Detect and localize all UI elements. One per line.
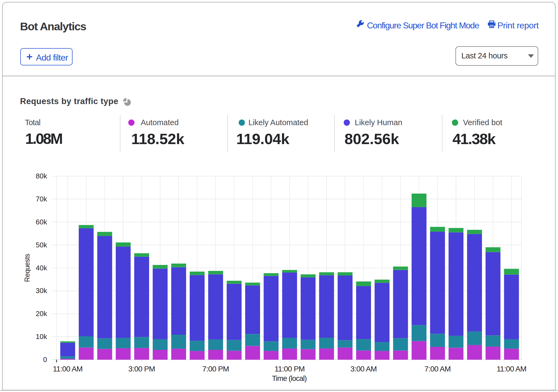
svg-text:7:00 PM: 7:00 PM [202,365,229,373]
svg-text:30k: 30k [36,287,47,295]
svg-text:Requests: Requests [23,254,31,282]
svg-text:11:00 AM: 11:00 AM [53,365,83,373]
svg-text:40k: 40k [36,264,47,272]
svg-text:3:00 PM: 3:00 PM [128,365,155,373]
svg-text:70k: 70k [36,195,47,203]
svg-text:10k: 10k [36,333,47,341]
svg-text:20k: 20k [36,310,47,318]
svg-text:Time (local): Time (local) [272,374,307,383]
svg-text:11:00 AM: 11:00 AM [497,365,526,373]
svg-text:7:00 AM: 7:00 AM [424,365,451,373]
svg-text:50k: 50k [36,241,47,249]
svg-text:11:00 PM: 11:00 PM [275,365,305,373]
svg-text:0: 0 [43,356,47,364]
svg-text:80k: 80k [36,172,47,180]
svg-text:3:00 AM: 3:00 AM [350,365,377,373]
svg-text:60k: 60k [36,218,47,226]
